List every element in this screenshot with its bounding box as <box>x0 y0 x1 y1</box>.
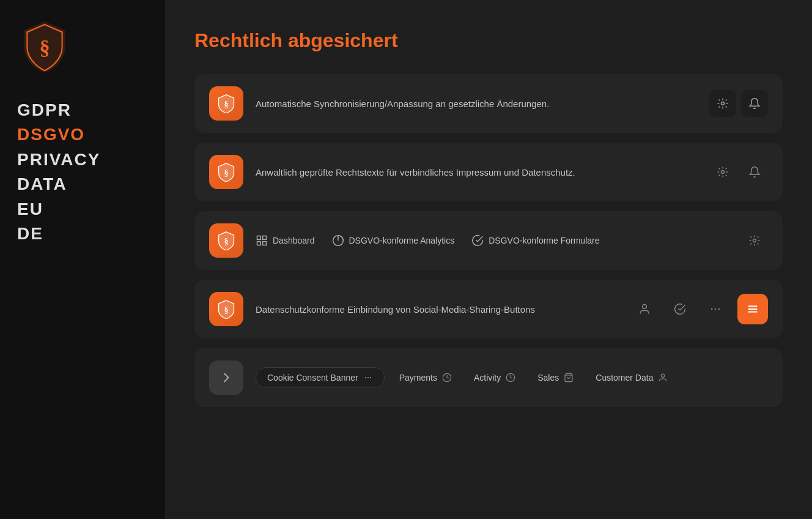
more-button[interactable] <box>702 296 729 323</box>
person-button[interactable] <box>631 296 658 323</box>
list-button[interactable] <box>737 294 768 324</box>
tab-customer-data[interactable]: Customer Data <box>588 368 675 387</box>
tab-cookie-label: Cookie Consent Banner <box>267 373 358 383</box>
tab-activity[interactable]: Activity <box>467 368 523 387</box>
card-icon-social: § <box>209 292 243 326</box>
bag-icon <box>564 373 574 383</box>
card-legal-text: Anwaltlich geprüfte Rechtstexte für verb… <box>256 167 697 177</box>
sidebar-item-gdpr[interactable]: GDPR <box>17 99 148 121</box>
feature-list: Dashboard DSGVO-konforme Analytics DSGVO… <box>256 234 729 247</box>
person-icon <box>638 303 651 315</box>
card-tabs: Cookie Consent Banner Payments Activity <box>194 348 783 407</box>
grid-icon <box>256 234 268 247</box>
svg-point-22 <box>370 377 371 378</box>
card-sync: § Automatische Synchronisierung/Anpassun… <box>194 74 783 133</box>
svg-rect-6 <box>257 236 261 240</box>
card-icon-features: § <box>209 223 243 258</box>
svg-point-21 <box>367 377 369 378</box>
bell-icon-2 <box>748 166 761 178</box>
gear-icon <box>717 97 729 110</box>
card-social: § Datenschutzkonforme Einbindung von Soc… <box>194 280 783 338</box>
dots-icon <box>363 373 373 383</box>
sidebar-item-de[interactable]: DE <box>17 223 148 245</box>
logo-icon: § <box>17 20 72 75</box>
svg-point-15 <box>715 308 717 310</box>
svg-point-11 <box>753 239 756 242</box>
feature-formulare-label: DSGVO-konforme Formulare <box>489 236 599 245</box>
svg-point-26 <box>662 374 665 377</box>
feature-dashboard-label: Dashboard <box>273 236 315 245</box>
svg-point-13 <box>643 305 647 309</box>
arrow-icon <box>218 369 235 386</box>
page-title: Rechtlich abgesichert <box>194 29 783 52</box>
tab-sales-label: Sales <box>537 373 559 383</box>
svg-point-20 <box>365 377 366 378</box>
svg-text:§: § <box>39 35 50 59</box>
svg-text:§: § <box>224 236 228 246</box>
gear-icon-3 <box>748 234 761 247</box>
tab-payments[interactable]: Payments <box>392 368 459 387</box>
share-button[interactable] <box>666 296 693 323</box>
card-icon-legal: § <box>209 155 243 189</box>
nav-labels: GDPR DSGVO PRIVACY DATA EU DE <box>17 99 148 245</box>
check-circle-icon <box>471 234 484 247</box>
bell-button[interactable] <box>741 90 768 117</box>
features-settings-button[interactable] <box>741 227 768 254</box>
social-inline-icons <box>631 294 768 324</box>
svg-point-16 <box>718 308 720 310</box>
customer-person-icon <box>658 373 668 383</box>
card-social-text: Datenschutzkonforme Einbindung von Socia… <box>256 304 619 315</box>
card-legal: § Anwaltlich geprüfte Rechtstexte für ve… <box>194 143 783 201</box>
more-icon <box>709 303 722 315</box>
shield-icon-4: § <box>216 299 236 319</box>
legal-bell-button[interactable] <box>741 159 768 185</box>
tab-sales[interactable]: Sales <box>530 368 581 387</box>
logo: § <box>17 20 148 77</box>
tab-payments-label: Payments <box>399 373 437 383</box>
sidebar-item-dsgvo[interactable]: DSGVO <box>17 124 148 146</box>
shield-icon: § <box>216 94 236 113</box>
svg-rect-7 <box>263 236 267 240</box>
svg-point-2 <box>722 102 725 105</box>
settings-button[interactable] <box>709 90 736 117</box>
card-features: § Dashboard DSGVO-konforme Analytics <box>194 211 783 270</box>
main-content: Rechtlich abgesichert § Automatische Syn… <box>165 0 812 519</box>
card-features-actions <box>741 227 768 254</box>
card-sync-text: Automatische Synchronisierung/Anpassung … <box>256 99 697 109</box>
gear-icon-2 <box>717 166 729 178</box>
svg-point-14 <box>711 308 713 310</box>
svg-point-4 <box>722 171 725 174</box>
svg-rect-9 <box>263 242 267 245</box>
sidebar-item-eu[interactable]: EU <box>17 198 148 220</box>
svg-text:§: § <box>224 305 228 315</box>
chart-icon <box>332 234 344 247</box>
shield-icon-3: § <box>216 231 236 250</box>
activity-clock-icon <box>506 373 515 383</box>
share-icon <box>674 303 686 315</box>
list-icon <box>746 302 759 316</box>
card-icon-sync: § <box>209 86 243 121</box>
tab-activity-label: Activity <box>474 373 501 383</box>
card-sync-actions <box>709 90 768 117</box>
clock-icon <box>442 373 452 383</box>
svg-rect-8 <box>257 242 261 245</box>
tab-customer-data-label: Customer Data <box>596 373 653 383</box>
card-icon-tabs <box>209 360 243 395</box>
bell-icon <box>748 97 761 110</box>
tab-list: Cookie Consent Banner Payments Activity <box>256 367 768 388</box>
tab-cookie[interactable]: Cookie Consent Banner <box>256 367 385 388</box>
card-legal-actions <box>709 159 768 185</box>
sidebar-item-privacy[interactable]: PRIVACY <box>17 149 148 171</box>
svg-text:§: § <box>224 168 228 177</box>
legal-settings-button[interactable] <box>709 159 736 185</box>
feature-formulare: DSGVO-konforme Formulare <box>471 234 599 247</box>
feature-dashboard: Dashboard <box>256 234 315 247</box>
shield-icon-2: § <box>216 162 236 182</box>
svg-text:§: § <box>224 99 228 109</box>
feature-analytics: DSGVO-konforme Analytics <box>332 234 455 247</box>
feature-analytics-label: DSGVO-konforme Analytics <box>349 236 455 245</box>
sidebar-item-data[interactable]: DATA <box>17 173 148 195</box>
sidebar: § GDPR DSGVO PRIVACY DATA EU DE <box>0 0 165 519</box>
